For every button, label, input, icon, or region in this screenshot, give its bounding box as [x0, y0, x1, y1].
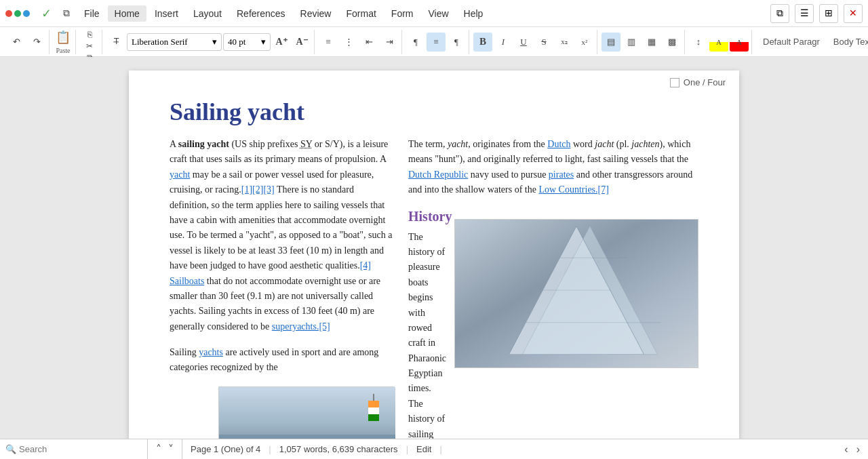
- left-column: A sailing yacht (US ship prefixes SY or …: [170, 137, 395, 439]
- yachts-link[interactable]: yachts: [199, 347, 223, 357]
- increase-indent-button[interactable]: ⇥: [380, 33, 399, 52]
- undo-button[interactable]: ↶: [7, 33, 26, 52]
- font-size-selector[interactable]: 40 pt ▾: [223, 33, 271, 51]
- decrease-font-button[interactable]: A⁻: [292, 33, 311, 52]
- sail-image: [454, 219, 698, 368]
- undo-redo-group: ↶ ↷: [4, 30, 50, 54]
- find-checkbox[interactable]: [670, 78, 679, 87]
- underline-button[interactable]: U: [514, 33, 533, 52]
- external-link-icon[interactable]: ⧉: [57, 4, 76, 23]
- history-section: The history of pleasure boats begins wit…: [408, 230, 698, 439]
- font-size-value: 40 pt: [228, 37, 245, 47]
- sailing-paragraph: Sailing yachts are actively used in spor…: [170, 345, 395, 376]
- format-group: ¶ ≡ ¶: [403, 30, 469, 54]
- search-box[interactable]: 🔍: [0, 439, 148, 459]
- checkmark-icon[interactable]: ✓: [37, 4, 56, 23]
- spacing-group: ↕ A A: [686, 30, 752, 54]
- sailboats-link[interactable]: Sailboats: [170, 276, 204, 286]
- align-left-2-button[interactable]: ▤: [601, 33, 620, 52]
- line-spacing-button[interactable]: ↕: [689, 33, 708, 52]
- superyachts-link[interactable]: superyachts.[5]: [272, 321, 330, 332]
- ref123-link[interactable]: [1][2][3]: [241, 184, 275, 195]
- align-center-button[interactable]: ▥: [622, 33, 641, 52]
- sy-abbr: SY: [300, 139, 312, 149]
- unordered-list-button[interactable]: ≡: [319, 33, 338, 52]
- font-dropdown-icon: ▾: [212, 37, 217, 47]
- justify-button[interactable]: ▩: [663, 33, 682, 52]
- app-logo: [5, 1, 30, 26]
- right-column: The term, yacht, originates from the Dut…: [408, 137, 698, 439]
- sep3: |: [439, 444, 441, 454]
- paragraph-mark-button[interactable]: ¶: [447, 33, 466, 52]
- menu-view[interactable]: View: [422, 5, 456, 22]
- yacht-link[interactable]: yacht: [170, 169, 190, 180]
- text-direction-button[interactable]: ¶: [406, 33, 425, 52]
- decrease-indent-button[interactable]: ⇤: [359, 33, 378, 52]
- menu-references[interactable]: References: [230, 5, 292, 22]
- bold-sailing-yacht: sailing yacht: [178, 139, 229, 149]
- svg-rect-1: [368, 401, 379, 407]
- ref4-link[interactable]: [4]: [360, 260, 371, 271]
- history-paragraph: The history of pleasure boats begins wit…: [408, 230, 446, 439]
- clear-format-button[interactable]: T̶: [106, 33, 125, 52]
- window-controls: ⧉ ☰ ⊞ ✕: [770, 4, 863, 23]
- logo-circle-blue: [23, 10, 30, 17]
- highlight-button[interactable]: A: [709, 33, 728, 52]
- align-left-button[interactable]: ≡: [427, 33, 446, 52]
- document-container[interactable]: One / Four Sailing yacht A sailing yacht…: [0, 57, 868, 439]
- svg-rect-2: [368, 407, 379, 414]
- style-body-button[interactable]: Body Text: [827, 30, 868, 54]
- increase-font-button[interactable]: A⁺: [272, 33, 291, 52]
- superscript-button[interactable]: x²: [575, 33, 594, 52]
- pirates-link[interactable]: pirates: [549, 169, 574, 180]
- search-input[interactable]: [19, 444, 142, 454]
- intro-paragraph: A sailing yacht (US ship prefixes SY or …: [170, 137, 395, 334]
- style-default-button[interactable]: Default Paragr: [756, 30, 827, 54]
- svg-rect-3: [368, 414, 379, 421]
- prev-page-button[interactable]: ‹: [842, 442, 850, 457]
- boat-svg: [219, 387, 395, 439]
- menu-help[interactable]: Help: [457, 5, 490, 22]
- dutch-link[interactable]: Dutch: [547, 139, 570, 149]
- menu-format[interactable]: Format: [339, 5, 382, 22]
- ordered-list-button[interactable]: ⋮: [339, 33, 358, 52]
- next-page-button[interactable]: ›: [854, 442, 863, 457]
- search-prev-button[interactable]: ˄: [153, 441, 164, 457]
- document-page: One / Four Sailing yacht A sailing yacht…: [129, 71, 739, 439]
- sidebar-button[interactable]: ⊞: [819, 4, 838, 23]
- align-right-button[interactable]: ▦: [642, 33, 661, 52]
- redo-button[interactable]: ↷: [27, 33, 46, 52]
- tile-button[interactable]: ⧉: [770, 4, 789, 23]
- italic-button[interactable]: I: [494, 33, 513, 52]
- close-button[interactable]: ✕: [844, 4, 863, 23]
- word-count: 1,057 words, 6,639 characters: [279, 444, 398, 454]
- sep2: |: [406, 444, 408, 454]
- logo-circle-red: [5, 10, 12, 17]
- search-next-button[interactable]: ˅: [165, 441, 176, 457]
- menu-file[interactable]: File: [77, 5, 106, 22]
- low-countries-link[interactable]: Low Countries.[7]: [538, 184, 608, 195]
- menu-layout[interactable]: Layout: [186, 5, 229, 22]
- font-color-button[interactable]: A: [730, 33, 749, 52]
- copy-button[interactable]: ⎘: [80, 30, 99, 40]
- sep1: |: [269, 444, 271, 454]
- strikethrough-button[interactable]: S: [534, 33, 553, 52]
- menu-home[interactable]: Home: [108, 5, 146, 22]
- cut-button[interactable]: ✂: [80, 41, 99, 52]
- find-indicator: One / Four: [670, 77, 726, 87]
- font-name-value: Liberation Serif: [132, 37, 188, 47]
- menu-form[interactable]: Form: [384, 5, 420, 22]
- list-button[interactable]: ☰: [795, 4, 814, 23]
- logo-circle-green: [14, 10, 21, 17]
- clipboard-group: 📋 Paste: [51, 30, 76, 54]
- menu-insert[interactable]: Insert: [148, 5, 185, 22]
- styles-group: Default Paragr Body Text Heading Heading…: [753, 30, 868, 54]
- menu-review[interactable]: Review: [294, 5, 338, 22]
- paste-label: Paste: [56, 47, 70, 54]
- sail-svg: [455, 219, 698, 368]
- bold-button[interactable]: B: [473, 33, 492, 52]
- font-name-selector[interactable]: Liberation Serif ▾: [127, 33, 222, 51]
- paste-button[interactable]: 📋: [54, 30, 73, 45]
- dutch-republic-link[interactable]: Dutch Republic: [408, 169, 468, 180]
- subscript-button[interactable]: x₂: [555, 33, 574, 52]
